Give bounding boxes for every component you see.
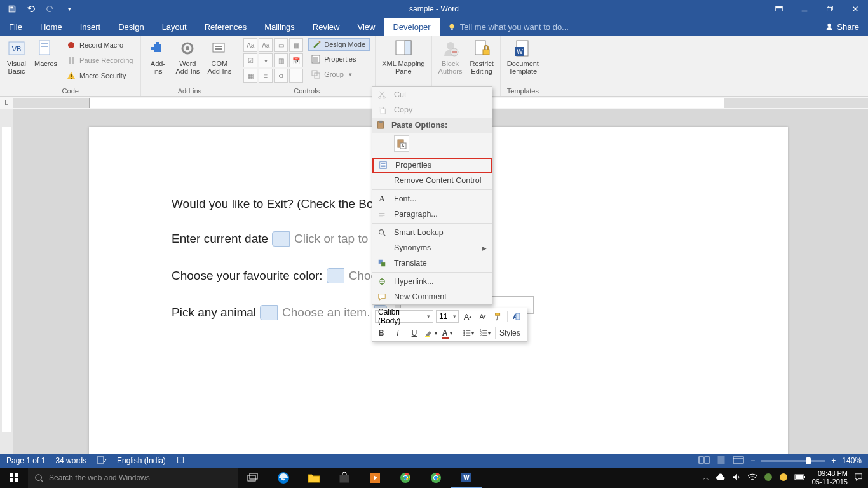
minimize-button[interactable] xyxy=(792,2,817,16)
properties-button[interactable]: Properties xyxy=(308,52,370,66)
ctrl-icon[interactable]: ☑ xyxy=(243,53,257,67)
restore-button[interactable] xyxy=(817,2,843,16)
com-addins-button[interactable]: COM Add-Ins xyxy=(203,37,235,76)
taskbar-search[interactable]: Search the web and Windows xyxy=(28,468,238,488)
tab-view[interactable]: View xyxy=(348,18,384,36)
tab-selector[interactable]: L xyxy=(0,97,13,109)
ctx-paragraph[interactable]: Paragraph... xyxy=(372,207,492,222)
clock[interactable]: 09:48 PM05-11-2015 xyxy=(812,470,848,486)
tab-home[interactable]: Home xyxy=(31,18,71,36)
word-count[interactable]: 34 words xyxy=(55,456,86,465)
zoom-out-button[interactable]: − xyxy=(750,456,755,465)
bullets-icon[interactable]: ▾ xyxy=(462,327,475,339)
grow-font-icon[interactable]: A▴ xyxy=(461,310,474,323)
ctx-font[interactable]: AFont... xyxy=(372,191,492,207)
vertical-ruler[interactable] xyxy=(0,109,13,468)
restrict-editing-button[interactable]: Restrict Editing xyxy=(466,37,498,76)
ctrl-icon[interactable]: ▦ xyxy=(243,69,257,83)
tab-design[interactable]: Design xyxy=(109,18,153,36)
file-explorer-icon[interactable] xyxy=(299,468,329,488)
ctrl-icon[interactable]: Aa xyxy=(259,38,273,52)
save-icon[interactable] xyxy=(5,2,19,16)
media-player-icon[interactable] xyxy=(360,468,390,488)
styles-icon[interactable]: A xyxy=(510,310,520,323)
web-layout-icon[interactable] xyxy=(733,456,744,466)
tab-insert[interactable]: Insert xyxy=(71,18,110,36)
tray-app-icon-2[interactable] xyxy=(779,473,788,484)
tab-developer[interactable]: Developer xyxy=(384,18,439,36)
italic-icon[interactable]: I xyxy=(391,327,404,339)
read-mode-icon[interactable] xyxy=(698,456,710,466)
onedrive-icon[interactable] xyxy=(715,473,726,483)
zoom-in-button[interactable]: + xyxy=(831,456,836,465)
chrome-icon-2[interactable] xyxy=(421,468,451,488)
font-color-icon[interactable]: A▾ xyxy=(441,327,454,339)
macro-security-button[interactable]: Macro Security xyxy=(64,69,135,83)
tab-review[interactable]: Review xyxy=(304,18,349,36)
tray-app-icon[interactable] xyxy=(764,473,773,484)
ctrl-icon[interactable]: ▦ xyxy=(289,38,303,52)
paste-keep-text-icon[interactable]: A xyxy=(394,135,409,152)
ctx-translate[interactable]: Translate xyxy=(372,255,492,271)
language-indicator[interactable]: English (India) xyxy=(117,456,166,465)
tab-mailings[interactable]: Mailings xyxy=(255,18,304,36)
store-icon[interactable] xyxy=(329,468,360,488)
ctrl-icon[interactable]: ▾ xyxy=(259,53,273,67)
chrome-icon[interactable] xyxy=(390,468,421,488)
group-button[interactable]: Group▾ xyxy=(308,67,370,81)
ctrl-icon[interactable]: Aa xyxy=(243,38,257,52)
ctx-hyperlink[interactable]: Hyperlink... xyxy=(372,274,492,289)
ctx-smart-lookup[interactable]: Smart Lookup xyxy=(372,225,492,240)
ctrl-icon[interactable]: ▥ xyxy=(274,53,288,67)
macro-record-icon[interactable] xyxy=(176,456,185,466)
ribbon-options-icon[interactable] xyxy=(766,2,792,16)
document-template-button[interactable]: WDocument Template xyxy=(503,37,543,76)
edge-icon[interactable] xyxy=(268,468,299,488)
tab-file[interactable]: File xyxy=(0,18,31,36)
xml-mapping-pane-button[interactable]: XML Mapping Pane xyxy=(378,37,428,76)
tray-chevron-icon[interactable]: ︿ xyxy=(703,473,709,482)
undo-icon[interactable] xyxy=(24,2,38,16)
bold-icon[interactable]: B xyxy=(375,327,388,339)
date-picker-control[interactable]: Click or tap to e xyxy=(272,230,383,248)
ctrl-icon[interactable]: 📅 xyxy=(289,53,303,67)
ctx-properties[interactable]: Properties xyxy=(372,158,492,173)
word-addins-button[interactable]: Word Add-Ins xyxy=(172,37,203,76)
font-size-selector[interactable]: 11 xyxy=(436,310,459,323)
print-layout-icon[interactable] xyxy=(716,456,726,466)
tab-layout[interactable]: Layout xyxy=(153,18,196,36)
task-view-icon[interactable] xyxy=(238,468,268,488)
pause-recording-button[interactable]: Pause Recording xyxy=(64,53,135,67)
action-center-icon[interactable] xyxy=(854,473,863,484)
visual-basic-button[interactable]: VB Visual Basic xyxy=(3,37,31,76)
ctrl-icon[interactable] xyxy=(289,69,303,83)
styles-button[interactable]: Styles xyxy=(499,327,520,339)
dropdown-control[interactable]: Choose an item. xyxy=(260,304,387,322)
design-mode-button[interactable]: Design Mode xyxy=(308,38,370,51)
controls-gallery[interactable]: AaAa▭▦ ☑▾▥📅 ▦≡⚙ xyxy=(241,37,306,84)
page-indicator[interactable]: Page 1 of 1 xyxy=(6,456,45,465)
qat-customize-icon[interactable]: ▾ xyxy=(62,2,76,16)
ctrl-icon[interactable]: ⚙ xyxy=(274,69,288,83)
redo-icon[interactable] xyxy=(43,2,57,16)
ctrl-icon[interactable]: ≡ xyxy=(259,69,273,83)
record-macro-button[interactable]: Record Macro xyxy=(64,38,135,52)
ctx-remove-content-control[interactable]: Remove Content Control xyxy=(372,173,492,188)
spellcheck-icon[interactable] xyxy=(97,456,107,466)
share-button[interactable]: Share xyxy=(816,18,868,36)
tab-references[interactable]: References xyxy=(196,18,255,36)
addins-button[interactable]: Add- ins xyxy=(144,37,172,76)
underline-icon[interactable]: U xyxy=(408,327,421,339)
format-painter-icon[interactable] xyxy=(492,310,505,323)
close-button[interactable] xyxy=(843,2,868,16)
wifi-icon[interactable] xyxy=(747,473,757,483)
highlight-icon[interactable]: ▾ xyxy=(424,327,437,339)
ctx-synonyms[interactable]: Synonyms▶ xyxy=(372,240,492,255)
block-authors-button[interactable]: Block Authors xyxy=(435,37,466,76)
font-family-selector[interactable]: Calibri (Body) xyxy=(375,310,433,323)
shrink-font-icon[interactable]: A▾ xyxy=(477,310,489,323)
numbering-icon[interactable]: 123▾ xyxy=(478,327,491,339)
tell-me-search[interactable]: Tell me what you want to do... xyxy=(440,18,576,36)
macros-button[interactable]: Macros xyxy=(31,37,61,69)
zoom-level[interactable]: 140% xyxy=(842,456,862,465)
